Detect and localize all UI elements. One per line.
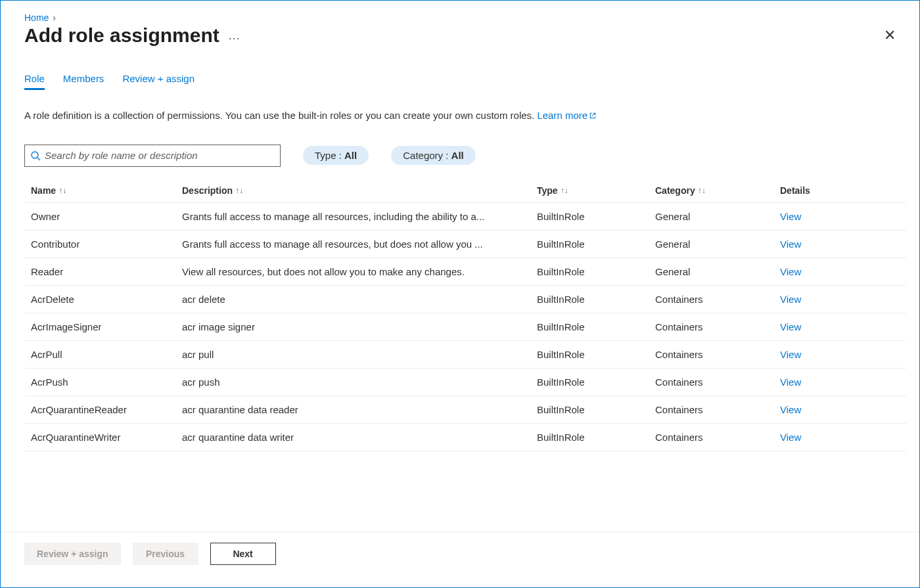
table-row[interactable]: OwnerGrants full access to manage all re… (24, 203, 906, 231)
cell-name: Contributor (31, 238, 182, 250)
cell-name: AcrDelete (31, 294, 182, 305)
view-link[interactable]: View (780, 211, 801, 222)
cell-category: Containers (655, 432, 780, 443)
col-description[interactable]: Description ↑↓ (182, 185, 537, 196)
cell-description: Grants full access to manage all resourc… (182, 238, 537, 250)
title-row: Add role assignment ··· ✕ (24, 24, 901, 47)
cell-type: BuiltInRole (537, 376, 655, 388)
view-link[interactable]: View (780, 266, 801, 277)
breadcrumb-home[interactable]: Home (24, 12, 49, 23)
cell-category: General (655, 238, 780, 250)
external-link-icon (589, 112, 597, 120)
table-row[interactable]: ContributorGrants full access to manage … (24, 231, 906, 258)
table-row[interactable]: AcrPullacr pullBuiltInRoleContainersView (24, 341, 906, 369)
add-role-assignment-window: Home › Add role assignment ··· ✕ Role Me… (0, 0, 920, 588)
cell-description: View all resources, but does not allow y… (182, 266, 537, 277)
cell-category: Containers (655, 404, 780, 415)
cell-description: acr quarantine data reader (182, 404, 537, 415)
table-body: OwnerGrants full access to manage all re… (24, 203, 906, 451)
cell-name: AcrPush (31, 376, 182, 388)
view-link[interactable]: View (780, 404, 801, 415)
previous-button: Previous (133, 543, 198, 565)
svg-line-1 (37, 158, 40, 160)
cell-type: BuiltInRole (537, 321, 655, 332)
col-name[interactable]: Name ↑↓ (31, 185, 182, 196)
cell-category: Containers (655, 294, 780, 305)
close-icon[interactable]: ✕ (879, 26, 901, 45)
cell-description: acr delete (182, 294, 537, 305)
table-row[interactable]: AcrPushacr pushBuiltInRoleContainersView (24, 369, 906, 396)
tab-members[interactable]: Members (63, 73, 104, 90)
table-row[interactable]: AcrQuarantineReaderacr quarantine data r… (24, 396, 906, 424)
type-filter-value: All (344, 150, 357, 161)
type-filter-pill[interactable]: Type : All (303, 146, 369, 165)
next-button[interactable]: Next (210, 543, 276, 565)
horizontal-scrollbar[interactable] (1, 576, 919, 587)
cell-type: BuiltInRole (537, 404, 655, 415)
page-title: Add role assignment (24, 24, 219, 47)
cell-type: BuiltInRole (537, 294, 655, 305)
cell-name: Owner (31, 211, 182, 222)
table-row[interactable]: AcrImageSigneracr image signerBuiltInRol… (24, 313, 906, 341)
roles-table: Name ↑↓ Description ↑↓ Type ↑↓ Category … (24, 179, 906, 451)
cell-name: Reader (31, 266, 182, 277)
tabs: Role Members Review + assign (24, 73, 906, 90)
type-filter-label: Type : (315, 150, 344, 161)
cell-type: BuiltInRole (537, 432, 655, 443)
review-assign-button: Review + assign (24, 543, 121, 565)
view-link[interactable]: View (780, 376, 801, 388)
cell-name: AcrPull (31, 349, 182, 360)
breadcrumb: Home › (24, 12, 901, 23)
search-input[interactable] (45, 150, 275, 161)
cell-name: AcrQuarantineReader (31, 404, 182, 415)
view-link[interactable]: View (780, 349, 801, 360)
cell-type: BuiltInRole (537, 211, 655, 222)
cell-category: General (655, 266, 780, 277)
tab-role[interactable]: Role (24, 73, 45, 90)
table-row[interactable]: AcrQuarantineWriteracr quarantine data w… (24, 424, 906, 451)
table-row[interactable]: AcrDeleteacr deleteBuiltInRoleContainers… (24, 286, 906, 313)
cell-description: acr push (182, 376, 537, 388)
cell-type: BuiltInRole (537, 238, 655, 250)
sort-icon: ↑↓ (561, 186, 568, 195)
search-icon (30, 150, 41, 161)
more-actions-icon[interactable]: ··· (229, 26, 241, 45)
view-link[interactable]: View (780, 321, 801, 332)
cell-category: Containers (655, 349, 780, 360)
sort-icon: ↑↓ (58, 186, 66, 195)
search-input-wrapper[interactable] (24, 145, 281, 167)
view-link[interactable]: View (780, 294, 801, 305)
cell-name: AcrImageSigner (31, 321, 182, 332)
sort-icon: ↑↓ (235, 186, 243, 195)
view-link[interactable]: View (780, 238, 801, 250)
content-scroll[interactable]: Role Members Review + assign A role defi… (1, 47, 919, 531)
intro-body: A role definition is a collection of per… (24, 110, 537, 121)
col-category[interactable]: Category ↑↓ (655, 185, 780, 196)
intro-text: A role definition is a collection of per… (24, 108, 629, 124)
category-filter-pill[interactable]: Category : All (391, 146, 476, 165)
filter-row: Type : All Category : All (24, 145, 906, 167)
category-filter-value: All (451, 150, 464, 161)
cell-name: AcrQuarantineWriter (31, 432, 182, 443)
header: Home › Add role assignment ··· ✕ (1, 1, 919, 47)
cell-description: acr quarantine data writer (182, 432, 537, 443)
table-header: Name ↑↓ Description ↑↓ Type ↑↓ Category … (24, 179, 906, 203)
footer-bar: Review + assign Previous Next (1, 531, 919, 576)
svg-point-0 (32, 152, 38, 158)
cell-type: BuiltInRole (537, 266, 655, 277)
tab-review-assign[interactable]: Review + assign (122, 73, 195, 90)
table-row[interactable]: ReaderView all resources, but does not a… (24, 258, 906, 286)
cell-description: acr pull (182, 349, 537, 360)
col-type[interactable]: Type ↑↓ (537, 185, 655, 196)
cell-description: Grants full access to manage all resourc… (182, 211, 537, 222)
col-details: Details (780, 185, 904, 196)
cell-category: Containers (655, 321, 780, 332)
cell-type: BuiltInRole (537, 349, 655, 360)
sort-icon: ↑↓ (698, 186, 706, 195)
learn-more-link[interactable]: Learn more (537, 110, 597, 121)
view-link[interactable]: View (780, 432, 801, 443)
cell-description: acr image signer (182, 321, 537, 332)
cell-category: General (655, 211, 780, 222)
cell-category: Containers (655, 376, 780, 388)
chevron-right-icon: › (53, 12, 56, 23)
